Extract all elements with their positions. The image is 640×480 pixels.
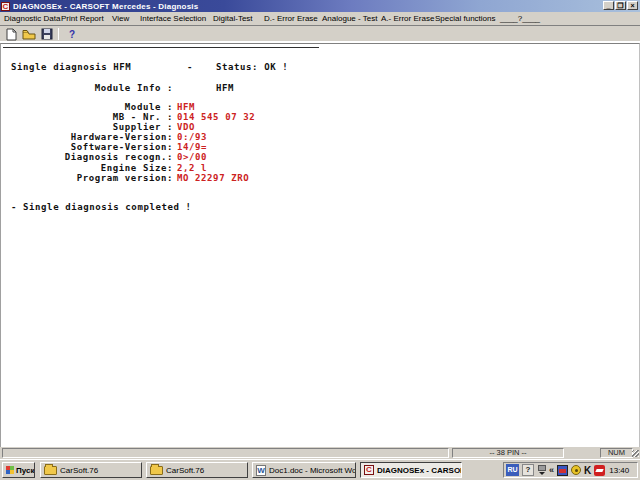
report-row: Supplier : VDO <box>11 122 255 132</box>
open-file-button[interactable] <box>21 27 37 41</box>
report-divider-line <box>3 47 319 48</box>
toolbar-separator <box>58 28 59 40</box>
report-row-label: Software-Version: <box>11 142 173 152</box>
report-row-value: MO 22297 ZRO <box>177 173 249 183</box>
report-row: MB - Nr. : 014 545 07 32 <box>11 112 255 122</box>
module-info-value: HFM <box>216 83 234 93</box>
taskbar-button-label: CarSoft.76 <box>166 466 204 475</box>
report-row: Program version: MO 22297 ZRO <box>11 173 255 183</box>
window-title: DIAGNOSEx - CARSOFT Mercedes - Diagnosis <box>13 2 198 11</box>
report-row-value: 14/9= <box>177 142 207 152</box>
report-row-label: Supplier : <box>11 122 173 132</box>
report-row: Software-Version: 14/9= <box>11 142 255 152</box>
taskbar-button-diagnose-active[interactable]: C DIAGNOSEx - CARSOF... <box>360 462 462 478</box>
report-row-label: Hardware-Version: <box>11 132 173 142</box>
report-row: Module : HFM <box>11 102 255 112</box>
report-row-label: MB - Nr. : <box>11 112 173 122</box>
module-info-label: Module Info : <box>11 83 173 93</box>
status-pin-panel: -- 38 PIN -- <box>452 448 564 458</box>
menu-bar: Diagnostic Data Print Report View Interf… <box>0 12 640 26</box>
report-row-label: Module : <box>11 102 173 112</box>
kaspersky-tray-icon[interactable]: K <box>584 465 591 476</box>
resize-grip <box>632 450 639 457</box>
save-button[interactable] <box>39 27 55 41</box>
report-status: Status: OK ! <box>216 62 288 72</box>
report-row-value: 014 545 07 32 <box>177 112 255 122</box>
folder-icon <box>150 466 163 475</box>
report-row-value: 0:/93 <box>177 132 207 142</box>
taskbar-button-word[interactable]: W Doc1.doc - Microsoft Word <box>252 462 356 478</box>
title-bar: C DIAGNOSEx - CARSOFT Mercedes - Diagnos… <box>0 0 640 12</box>
language-indicator[interactable]: RU <box>506 464 519 476</box>
clock: 13:40 <box>609 466 629 475</box>
restore-button[interactable]: ❐ <box>615 1 626 10</box>
start-button-label: Пуск <box>16 466 34 475</box>
menu-digital-test[interactable]: Digital-Test <box>213 14 253 23</box>
menu-diagnostic-data[interactable]: Diagnostic Data <box>4 14 60 23</box>
report-row-label: Engine Size: <box>11 163 173 173</box>
report-row: Engine Size: 2,2 l <box>11 163 255 173</box>
report-dash: - <box>187 62 193 72</box>
menu-special-functions[interactable]: Special functions <box>435 14 495 23</box>
save-floppy-icon <box>41 28 53 40</box>
taskbar-button-carsoft-1[interactable]: CarSoft.76 <box>40 462 142 478</box>
report-row-label: Program version: <box>11 173 173 183</box>
report-row-value: 2,2 l <box>177 163 207 173</box>
taskbar-button-carsoft-2[interactable]: CarSoft.76 <box>146 462 248 478</box>
ati-tray-icon[interactable] <box>594 465 605 476</box>
help-button[interactable]: ? <box>64 27 80 41</box>
status-bar: -- 38 PIN -- NUM <box>0 447 640 459</box>
tray-help-icon[interactable]: ? <box>522 464 534 476</box>
menu-view[interactable]: View <box>112 14 129 23</box>
report-row-value: VDO <box>177 122 195 132</box>
report-title: Single diagnosis HFM <box>11 62 131 72</box>
taskbar-button-label: Doc1.doc - Microsoft Word <box>269 466 356 475</box>
status-numlock-panel: NUM <box>600 448 633 458</box>
report-row-value: 0>/00 <box>177 152 207 162</box>
report-row-value: HFM <box>177 102 195 112</box>
open-folder-icon <box>22 29 36 40</box>
toolbar: ? <box>0 26 640 43</box>
app-icon: C <box>1 2 10 11</box>
report-row: Diagnosis recogn.: 0>/00 <box>11 152 255 162</box>
new-document-icon <box>6 28 17 41</box>
menu-help[interactable]: ____?____ <box>500 14 540 23</box>
folder-icon <box>44 466 57 475</box>
status-message-panel <box>2 448 449 458</box>
minimize-button[interactable]: _ <box>603 1 614 10</box>
key-tray-icon[interactable] <box>571 465 581 475</box>
taskbar-button-label: DIAGNOSEx - CARSOF... <box>377 466 462 475</box>
help-icon: ? <box>69 29 75 40</box>
report-completed-message: - Single diagnosis completed ! <box>11 202 192 212</box>
menu-a-error-erase[interactable]: A.- Error Erase <box>381 14 434 23</box>
close-button[interactable]: × <box>627 1 638 10</box>
windows-logo-icon <box>6 466 14 474</box>
tray-collapse-chevron-icon[interactable]: « <box>549 465 554 475</box>
taskbar: Пуск CarSoft.76 CarSoft.76 W Doc1.doc - … <box>0 459 640 480</box>
taskbar-button-label: CarSoft.76 <box>60 466 98 475</box>
diagnosis-report-area: Single diagnosis HFM - Status: OK ! Modu… <box>0 43 640 447</box>
report-row: Hardware-Version: 0:/93 <box>11 132 255 142</box>
word-document-icon: W <box>256 465 266 476</box>
carsoft-app-icon: C <box>364 465 374 475</box>
module-info-line: Module Info : HFM <box>11 83 234 93</box>
menu-print-report[interactable]: Print Report <box>61 14 104 23</box>
menu-interface-selection[interactable]: Interface Selection <box>140 14 206 23</box>
report-row-label: Diagnosis recogn.: <box>11 152 173 162</box>
tray-device-icon[interactable] <box>537 465 546 475</box>
menu-d-error-erase[interactable]: D.- Error Erase <box>264 14 318 23</box>
start-button[interactable]: Пуск <box>2 462 35 478</box>
network-tray-icon[interactable] <box>557 465 568 476</box>
desktop: C DIAGNOSEx - CARSOFT Mercedes - Diagnos… <box>0 0 640 480</box>
menu-analogue-test[interactable]: Analogue - Test <box>322 14 377 23</box>
report-rows: Module : HFM MB - Nr. : 014 545 07 32 Su… <box>11 102 255 183</box>
new-document-button[interactable] <box>3 27 19 41</box>
system-tray: RU ? « K 13:40 <box>503 462 638 478</box>
